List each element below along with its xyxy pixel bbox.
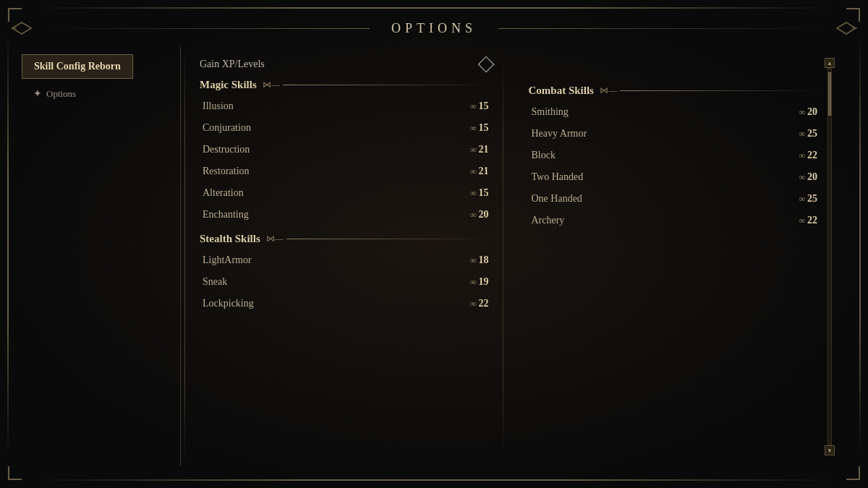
infinity-icon-sneak: ∞ bbox=[470, 277, 477, 288]
stealth-skills-list: LightArmor ∞ 18 Sneak ∞ 19 bbox=[200, 249, 492, 314]
stealth-skills-title: Stealth Skills bbox=[200, 233, 260, 245]
skill-conjuration-label: Conjuration bbox=[203, 122, 251, 134]
sneak-number: 19 bbox=[479, 276, 489, 288]
skill-illusion-value: ∞ 15 bbox=[470, 100, 489, 112]
skill-sneak[interactable]: Sneak ∞ 19 bbox=[200, 271, 492, 293]
heavyarmor-number: 25 bbox=[807, 128, 817, 140]
skill-block[interactable]: Block ∞ 22 bbox=[529, 145, 821, 166]
skill-destruction-value: ∞ 21 bbox=[470, 144, 489, 155]
infinity-icon-alteration: ∞ bbox=[470, 188, 477, 199]
scrollbar-thumb[interactable] bbox=[828, 72, 831, 116]
restoration-number: 21 bbox=[479, 166, 489, 177]
gain-xp-label: Gain XP/Levels bbox=[200, 59, 265, 70]
skill-lightarmor[interactable]: LightArmor ∞ 18 bbox=[200, 249, 492, 271]
infinity-icon-enchanting: ∞ bbox=[470, 210, 477, 221]
skill-heavyarmor-value: ∞ 25 bbox=[799, 128, 817, 140]
magic-skills-title: Magic Skills bbox=[200, 79, 257, 91]
scrollbar-up[interactable]: ▲ bbox=[825, 58, 835, 68]
skill-alteration-label: Alteration bbox=[203, 187, 244, 199]
combat-section-line bbox=[620, 90, 820, 91]
skill-illusion[interactable]: Illusion ∞ 15 bbox=[200, 95, 492, 117]
destruction-number: 21 bbox=[479, 144, 489, 155]
skill-heavyarmor-label: Heavy Armor bbox=[532, 128, 587, 140]
illusion-number: 15 bbox=[479, 100, 489, 112]
infinity-icon-onehanded: ∞ bbox=[799, 194, 805, 205]
skill-twohanded[interactable]: Two Handed ∞ 20 bbox=[529, 166, 821, 188]
skill-illusion-label: Illusion bbox=[203, 100, 234, 112]
block-number: 22 bbox=[807, 150, 817, 161]
sidebar: Skill Config Reborn ✦ Options bbox=[22, 47, 181, 466]
skill-restoration[interactable]: Restoration ∞ 21 bbox=[200, 160, 492, 182]
magic-skills-header: Magic Skills ⋈— bbox=[200, 79, 492, 91]
scrollbar[interactable]: ▲ ▼ bbox=[824, 54, 835, 459]
skill-smithing-value: ∞ 20 bbox=[799, 106, 817, 118]
infinity-icon-archery: ∞ bbox=[799, 215, 805, 226]
twohanded-number: 20 bbox=[807, 171, 817, 183]
gain-xp-row[interactable]: Gain XP/Levels bbox=[200, 54, 492, 79]
skill-twohanded-label: Two Handed bbox=[532, 171, 584, 183]
title-line-right bbox=[498, 28, 825, 29]
magic-skills-list: Illusion ∞ 15 Conjuration ∞ 15 bbox=[200, 95, 492, 226]
combat-skills-header: Combat Skills ⋈— bbox=[529, 85, 821, 97]
combat-spacer bbox=[529, 54, 821, 85]
enchanting-number: 20 bbox=[479, 209, 489, 221]
infinity-icon-restoration: ∞ bbox=[470, 166, 477, 177]
stealth-section-icon: ⋈— bbox=[266, 234, 284, 244]
skill-alteration[interactable]: Alteration ∞ 15 bbox=[200, 182, 492, 204]
stealth-skills-header: Stealth Skills ⋈— bbox=[200, 233, 492, 245]
skill-smithing-label: Smithing bbox=[532, 106, 569, 118]
skill-lightarmor-value: ∞ 18 bbox=[470, 254, 489, 266]
skill-archery-label: Archery bbox=[532, 215, 565, 226]
skill-enchanting-label: Enchanting bbox=[203, 209, 249, 221]
skill-enchanting-value: ∞ 20 bbox=[470, 209, 489, 221]
stealth-section-line bbox=[286, 239, 492, 239]
combat-skills-list: Smithing ∞ 20 Heavy Armor ∞ 25 bbox=[529, 101, 821, 231]
sidebar-options-label: Options bbox=[46, 88, 76, 100]
skill-alteration-value: ∞ 15 bbox=[470, 187, 489, 199]
sidebar-item-options[interactable]: ✦ Options bbox=[22, 85, 180, 103]
title-bar: OPTIONS bbox=[7, 7, 861, 43]
right-panel: Combat Skills ⋈— Smithing ∞ 20 Heavy Arm… bbox=[514, 54, 821, 459]
infinity-icon-twohanded: ∞ bbox=[799, 172, 805, 183]
infinity-icon-lightarmor: ∞ bbox=[470, 255, 477, 266]
skill-archery[interactable]: Archery ∞ 22 bbox=[529, 210, 821, 231]
skill-archery-value: ∞ 22 bbox=[799, 215, 817, 226]
skill-lockpicking-label: Lockpicking bbox=[203, 298, 254, 309]
infinity-icon-lockpicking: ∞ bbox=[470, 299, 477, 309]
skill-restoration-value: ∞ 21 bbox=[470, 166, 489, 177]
plugin-label[interactable]: Skill Config Reborn bbox=[22, 54, 133, 79]
skill-conjuration[interactable]: Conjuration ∞ 15 bbox=[200, 117, 492, 139]
skill-destruction[interactable]: Destruction ∞ 21 bbox=[200, 139, 492, 160]
infinity-icon-heavyarmor: ∞ bbox=[799, 129, 805, 140]
gear-icon: ✦ bbox=[33, 87, 42, 100]
skill-heavyarmor[interactable]: Heavy Armor ∞ 25 bbox=[529, 123, 821, 145]
skill-smithing[interactable]: Smithing ∞ 20 bbox=[529, 101, 821, 123]
conjuration-number: 15 bbox=[479, 122, 489, 134]
skill-restoration-label: Restoration bbox=[203, 166, 250, 177]
vertical-divider bbox=[184, 47, 185, 466]
skill-lockpicking[interactable]: Lockpicking ∞ 22 bbox=[200, 293, 492, 314]
archery-number: 22 bbox=[807, 215, 817, 226]
infinity-icon-illusion: ∞ bbox=[470, 101, 477, 112]
skill-block-label: Block bbox=[532, 150, 556, 161]
skill-twohanded-value: ∞ 20 bbox=[799, 171, 817, 183]
skill-sneak-value: ∞ 19 bbox=[470, 276, 489, 288]
infinity-icon-destruction: ∞ bbox=[470, 145, 477, 155]
onehanded-number: 25 bbox=[807, 193, 817, 205]
skill-sneak-label: Sneak bbox=[203, 276, 227, 288]
lightarmor-number: 18 bbox=[479, 254, 489, 266]
title-line-left bbox=[43, 28, 370, 29]
skill-conjuration-value: ∞ 15 bbox=[470, 122, 489, 134]
skill-block-value: ∞ 22 bbox=[799, 150, 817, 161]
title-ornament-left bbox=[7, 21, 36, 35]
lockpicking-number: 22 bbox=[479, 298, 489, 309]
skill-onehanded[interactable]: One Handed ∞ 25 bbox=[529, 188, 821, 210]
skill-destruction-label: Destruction bbox=[203, 144, 250, 155]
combat-skills-title: Combat Skills bbox=[529, 85, 594, 97]
magic-section-line bbox=[283, 85, 492, 85]
scrollbar-down[interactable]: ▼ bbox=[825, 445, 835, 455]
skill-enchanting[interactable]: Enchanting ∞ 20 bbox=[200, 204, 492, 226]
page-title: OPTIONS bbox=[377, 21, 491, 36]
skill-onehanded-value: ∞ 25 bbox=[799, 193, 817, 205]
scrollbar-track[interactable] bbox=[827, 68, 832, 445]
